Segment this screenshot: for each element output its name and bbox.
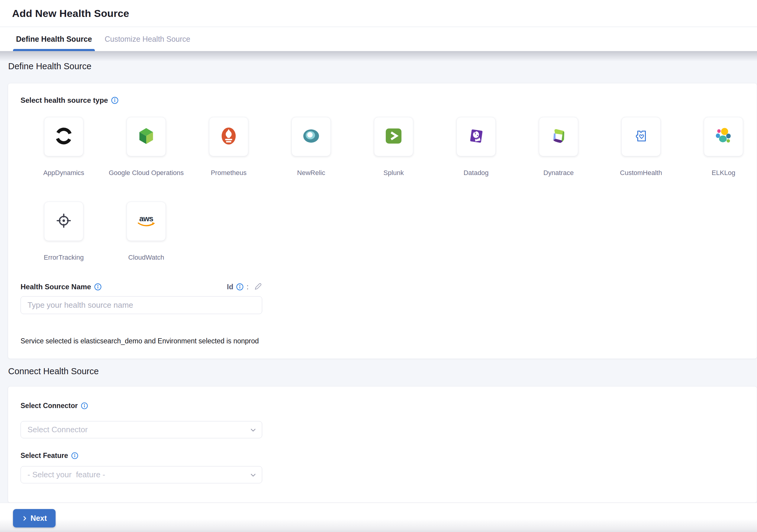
select-feature-label-row: Select Feature [20, 452, 757, 460]
service-environment-note: Service selected is elasticsearch_demo a… [20, 337, 757, 345]
health-source-name-label-row: Health Source Name [20, 283, 102, 291]
define-section-heading: Define Health Source [8, 61, 92, 71]
select-connector-label: Select Connector [20, 402, 77, 410]
prometheus-icon [219, 127, 238, 146]
info-icon[interactable] [81, 402, 88, 410]
source-type-datadog: Datadog [456, 117, 496, 177]
source-type-label: CloudWatch [128, 254, 164, 262]
info-icon[interactable] [71, 452, 78, 459]
source-type-label: Google Cloud Operations [109, 169, 184, 177]
tab-customize-health-source[interactable]: Customize Health Source [102, 27, 193, 51]
define-health-source-panel: Select health source type AppDynamics [8, 83, 757, 359]
footer-bar: Next [0, 503, 757, 532]
id-colon: : [247, 283, 249, 291]
cloudwatch-aws-icon: aws [137, 215, 155, 228]
tab-customize-label: Customize Health Source [105, 35, 190, 44]
elklog-icon [714, 127, 733, 146]
customhealth-icon [632, 127, 650, 146]
next-button[interactable]: Next [13, 509, 56, 527]
page-title: Add New Health Source [12, 8, 129, 19]
info-icon[interactable] [236, 283, 244, 291]
tab-bar: Define Health Source Customize Health So… [0, 27, 757, 51]
select-feature-label: Select Feature [20, 452, 68, 460]
source-type-customhealth: CustomHealth [621, 117, 661, 177]
aws-logo-text: aws [139, 215, 153, 222]
connector-select-value: Select Connector [27, 425, 88, 434]
source-type-label: Prometheus [211, 169, 247, 177]
appdynamics-card[interactable] [44, 117, 83, 156]
source-type-newrelic: NewRelic [291, 117, 331, 177]
source-type-cloudwatch: aws CloudWatch [127, 202, 166, 262]
source-type-google-cloud-operations: Google Cloud Operations [127, 117, 166, 177]
source-type-dynatrace: Dynatrace [539, 117, 578, 177]
source-type-row-1: AppDynamics Google Cloud Operations [44, 117, 757, 177]
source-type-appdynamics: AppDynamics [44, 117, 83, 177]
feature-select[interactable]: - Select your feature - [20, 466, 262, 483]
source-type-elklog: ELKLog [704, 117, 743, 177]
select-type-label: Select health source type [20, 96, 108, 105]
customhealth-card[interactable] [621, 117, 661, 156]
source-type-splunk: Splunk [374, 117, 413, 177]
source-type-label: NewRelic [297, 169, 325, 177]
elklog-card[interactable] [704, 117, 743, 156]
newrelic-card[interactable] [291, 117, 331, 156]
source-type-errortracking: ErrorTracking [44, 202, 83, 262]
id-group: Id : [227, 282, 262, 291]
dialog-header: Add New Health Source [0, 0, 757, 27]
source-type-prometheus: Prometheus [209, 117, 248, 177]
splunk-icon [385, 128, 402, 145]
datadog-card[interactable] [456, 117, 496, 156]
source-type-label: Dynatrace [543, 169, 574, 177]
edit-id-button[interactable] [253, 282, 262, 291]
info-icon[interactable] [111, 96, 119, 104]
source-type-label: Datadog [463, 169, 488, 177]
google-cloud-operations-card[interactable] [127, 117, 166, 156]
health-source-name-row: Health Source Name Id : [20, 282, 262, 292]
prometheus-card[interactable] [209, 117, 248, 156]
datadog-icon [467, 127, 485, 146]
info-icon[interactable] [94, 283, 102, 291]
id-label: Id [227, 283, 233, 291]
connector-select[interactable]: Select Connector [20, 421, 262, 438]
connect-section-heading: Connect Health Source [8, 366, 99, 376]
errortracking-card[interactable] [44, 202, 83, 241]
appdynamics-icon [54, 127, 73, 146]
health-source-name-input[interactable] [20, 296, 262, 314]
connect-health-source-panel: Select Connector Select Connector Select… [8, 386, 757, 503]
source-type-label: ErrorTracking [44, 254, 84, 262]
chevron-down-icon [249, 426, 257, 435]
source-type-label: Splunk [383, 169, 404, 177]
google-cloud-operations-icon [137, 127, 155, 146]
tab-define-health-source[interactable]: Define Health Source [13, 27, 95, 51]
dynatrace-card[interactable] [539, 117, 578, 156]
source-type-label: AppDynamics [43, 169, 84, 177]
source-type-label: ELKLog [712, 169, 735, 177]
feature-select-value: - Select your feature - [27, 470, 105, 480]
chevron-down-icon [249, 471, 257, 480]
select-connector-label-row: Select Connector [20, 402, 757, 410]
source-type-label: CustomHealth [620, 169, 662, 177]
select-type-label-row: Select health source type [20, 96, 757, 105]
pencil-icon [253, 282, 262, 291]
health-source-name-label: Health Source Name [20, 283, 91, 291]
splunk-card[interactable] [374, 117, 413, 156]
tab-define-label: Define Health Source [16, 35, 92, 44]
chevron-right-icon [22, 516, 28, 521]
next-button-label: Next [31, 514, 47, 523]
cloudwatch-card[interactable]: aws [127, 202, 166, 241]
source-type-row-2: ErrorTracking aws CloudWatch [44, 202, 757, 262]
newrelic-icon [302, 128, 320, 145]
dynatrace-icon [550, 127, 567, 146]
errortracking-icon [55, 212, 73, 231]
